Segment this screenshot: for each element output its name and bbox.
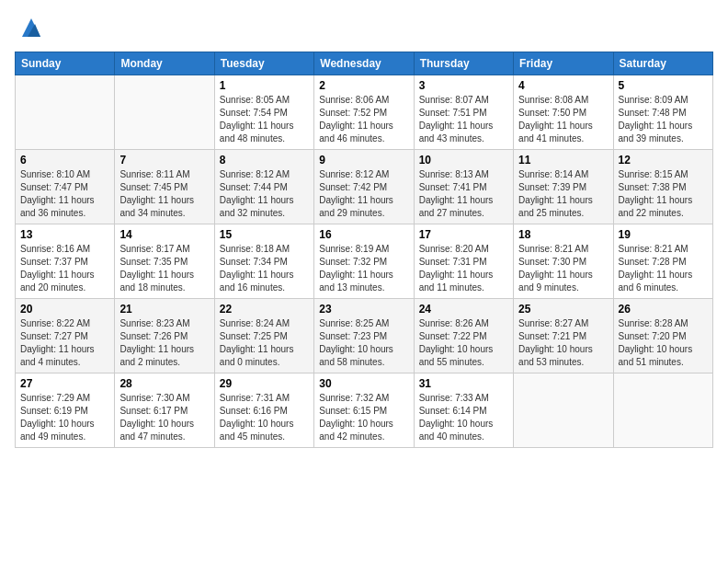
- calendar-cell: 31Sunrise: 7:33 AM Sunset: 6:14 PM Dayli…: [414, 373, 513, 448]
- day-number: 26: [619, 303, 708, 316]
- day-number: 7: [119, 154, 209, 167]
- day-number: 17: [419, 228, 508, 241]
- day-info: Sunrise: 8:21 AM Sunset: 7:30 PM Dayligh…: [518, 243, 608, 294]
- day-of-week-header: Thursday: [414, 52, 513, 75]
- day-info: Sunrise: 8:08 AM Sunset: 7:50 PM Dayligh…: [518, 94, 608, 145]
- calendar-cell: 14Sunrise: 8:17 AM Sunset: 7:35 PM Dayli…: [115, 224, 214, 299]
- calendar-cell: 10Sunrise: 8:13 AM Sunset: 7:41 PM Dayli…: [414, 150, 513, 224]
- day-info: Sunrise: 8:06 AM Sunset: 7:52 PM Dayligh…: [319, 94, 408, 145]
- calendar-cell: [514, 373, 613, 448]
- calendar-cell: 9Sunrise: 8:12 AM Sunset: 7:42 PM Daylig…: [314, 150, 414, 224]
- calendar-cell: 27Sunrise: 7:29 AM Sunset: 6:19 PM Dayli…: [16, 373, 115, 448]
- calendar-cell: 8Sunrise: 8:12 AM Sunset: 7:44 PM Daylig…: [214, 150, 313, 224]
- day-info: Sunrise: 8:22 AM Sunset: 7:27 PM Dayligh…: [20, 317, 109, 369]
- day-info: Sunrise: 7:33 AM Sunset: 6:14 PM Dayligh…: [419, 392, 508, 443]
- calendar-cell: 2Sunrise: 8:06 AM Sunset: 7:52 PM Daylig…: [314, 75, 414, 150]
- calendar-cell: 5Sunrise: 8:09 AM Sunset: 7:48 PM Daylig…: [613, 75, 712, 150]
- page-header: [15, 15, 713, 40]
- calendar-cell: 18Sunrise: 8:21 AM Sunset: 7:30 PM Dayli…: [514, 224, 613, 299]
- calendar-cell: 6Sunrise: 8:10 AM Sunset: 7:47 PM Daylig…: [16, 150, 115, 224]
- day-number: 10: [419, 154, 508, 167]
- day-info: Sunrise: 8:23 AM Sunset: 7:26 PM Dayligh…: [119, 317, 209, 369]
- day-number: 25: [518, 303, 608, 316]
- day-info: Sunrise: 8:18 AM Sunset: 7:34 PM Dayligh…: [220, 243, 309, 294]
- day-number: 28: [119, 377, 209, 390]
- day-number: 30: [319, 377, 408, 390]
- calendar-cell: 25Sunrise: 8:27 AM Sunset: 7:21 PM Dayli…: [514, 299, 613, 373]
- calendar-cell: 11Sunrise: 8:14 AM Sunset: 7:39 PM Dayli…: [514, 150, 613, 224]
- day-number: 21: [119, 303, 209, 316]
- calendar-table: SundayMondayTuesdayWednesdayThursdayFrid…: [15, 52, 713, 448]
- logo: [15, 15, 44, 40]
- calendar-week-row: 6Sunrise: 8:10 AM Sunset: 7:47 PM Daylig…: [16, 150, 713, 224]
- calendar-week-row: 13Sunrise: 8:16 AM Sunset: 7:37 PM Dayli…: [16, 224, 713, 299]
- day-info: Sunrise: 8:09 AM Sunset: 7:48 PM Dayligh…: [619, 94, 708, 145]
- calendar-week-row: 20Sunrise: 8:22 AM Sunset: 7:27 PM Dayli…: [16, 299, 713, 373]
- day-number: 24: [419, 303, 508, 316]
- day-info: Sunrise: 8:27 AM Sunset: 7:21 PM Dayligh…: [518, 317, 608, 369]
- day-of-week-header: Tuesday: [214, 52, 313, 75]
- day-of-week-header: Sunday: [16, 52, 115, 75]
- day-of-week-header: Friday: [514, 52, 613, 75]
- day-number: 1: [220, 79, 309, 92]
- calendar-cell: [613, 373, 712, 448]
- day-number: 2: [319, 79, 408, 92]
- calendar-header-row: SundayMondayTuesdayWednesdayThursdayFrid…: [16, 52, 713, 75]
- calendar-cell: 29Sunrise: 7:31 AM Sunset: 6:16 PM Dayli…: [214, 373, 313, 448]
- day-info: Sunrise: 7:30 AM Sunset: 6:17 PM Dayligh…: [119, 392, 209, 443]
- calendar-cell: 12Sunrise: 8:15 AM Sunset: 7:38 PM Dayli…: [613, 150, 712, 224]
- calendar-cell: 30Sunrise: 7:32 AM Sunset: 6:15 PM Dayli…: [314, 373, 414, 448]
- calendar-cell: 23Sunrise: 8:25 AM Sunset: 7:23 PM Dayli…: [314, 299, 414, 373]
- day-number: 20: [20, 303, 109, 316]
- day-info: Sunrise: 8:20 AM Sunset: 7:31 PM Dayligh…: [419, 243, 508, 294]
- calendar-week-row: 1Sunrise: 8:05 AM Sunset: 7:54 PM Daylig…: [16, 75, 713, 150]
- day-info: Sunrise: 7:31 AM Sunset: 6:16 PM Dayligh…: [220, 392, 309, 443]
- day-info: Sunrise: 8:24 AM Sunset: 7:25 PM Dayligh…: [220, 317, 309, 369]
- calendar-cell: 13Sunrise: 8:16 AM Sunset: 7:37 PM Dayli…: [16, 224, 115, 299]
- day-info: Sunrise: 8:13 AM Sunset: 7:41 PM Dayligh…: [419, 168, 508, 220]
- calendar-cell: 28Sunrise: 7:30 AM Sunset: 6:17 PM Dayli…: [115, 373, 214, 448]
- day-number: 29: [220, 377, 309, 390]
- day-number: 27: [20, 377, 109, 390]
- day-info: Sunrise: 8:11 AM Sunset: 7:45 PM Dayligh…: [119, 168, 209, 220]
- day-info: Sunrise: 8:05 AM Sunset: 7:54 PM Dayligh…: [220, 94, 309, 145]
- day-number: 4: [518, 79, 608, 92]
- calendar-cell: 19Sunrise: 8:21 AM Sunset: 7:28 PM Dayli…: [613, 224, 712, 299]
- day-info: Sunrise: 8:19 AM Sunset: 7:32 PM Dayligh…: [319, 243, 408, 294]
- calendar-cell: 7Sunrise: 8:11 AM Sunset: 7:45 PM Daylig…: [115, 150, 214, 224]
- day-number: 5: [619, 79, 708, 92]
- day-info: Sunrise: 8:10 AM Sunset: 7:47 PM Dayligh…: [20, 168, 109, 220]
- day-number: 9: [319, 154, 408, 167]
- day-info: Sunrise: 8:28 AM Sunset: 7:20 PM Dayligh…: [619, 317, 708, 369]
- day-of-week-header: Wednesday: [314, 52, 414, 75]
- calendar-cell: 1Sunrise: 8:05 AM Sunset: 7:54 PM Daylig…: [214, 75, 313, 150]
- day-number: 14: [119, 228, 209, 241]
- calendar-week-row: 27Sunrise: 7:29 AM Sunset: 6:19 PM Dayli…: [16, 373, 713, 448]
- calendar-cell: [115, 75, 214, 150]
- day-of-week-header: Saturday: [613, 52, 712, 75]
- calendar-cell: 15Sunrise: 8:18 AM Sunset: 7:34 PM Dayli…: [214, 224, 313, 299]
- logo-icon: [18, 15, 44, 40]
- day-info: Sunrise: 7:32 AM Sunset: 6:15 PM Dayligh…: [319, 392, 408, 443]
- day-number: 13: [20, 228, 109, 241]
- day-info: Sunrise: 7:29 AM Sunset: 6:19 PM Dayligh…: [20, 392, 109, 443]
- calendar-cell: 26Sunrise: 8:28 AM Sunset: 7:20 PM Dayli…: [613, 299, 712, 373]
- calendar-cell: 16Sunrise: 8:19 AM Sunset: 7:32 PM Dayli…: [314, 224, 414, 299]
- calendar-cell: [16, 75, 115, 150]
- day-number: 22: [220, 303, 309, 316]
- day-number: 12: [619, 154, 708, 167]
- day-number: 6: [20, 154, 109, 167]
- day-info: Sunrise: 8:12 AM Sunset: 7:42 PM Dayligh…: [319, 168, 408, 220]
- calendar-cell: 22Sunrise: 8:24 AM Sunset: 7:25 PM Dayli…: [214, 299, 313, 373]
- day-number: 23: [319, 303, 408, 316]
- calendar-cell: 24Sunrise: 8:26 AM Sunset: 7:22 PM Dayli…: [414, 299, 513, 373]
- day-info: Sunrise: 8:14 AM Sunset: 7:39 PM Dayligh…: [518, 168, 608, 220]
- day-info: Sunrise: 8:21 AM Sunset: 7:28 PM Dayligh…: [619, 243, 708, 294]
- day-info: Sunrise: 8:07 AM Sunset: 7:51 PM Dayligh…: [419, 94, 508, 145]
- day-info: Sunrise: 8:26 AM Sunset: 7:22 PM Dayligh…: [419, 317, 508, 369]
- day-number: 11: [518, 154, 608, 167]
- day-number: 19: [619, 228, 708, 241]
- day-info: Sunrise: 8:16 AM Sunset: 7:37 PM Dayligh…: [20, 243, 109, 294]
- calendar-cell: 4Sunrise: 8:08 AM Sunset: 7:50 PM Daylig…: [514, 75, 613, 150]
- day-of-week-header: Monday: [115, 52, 214, 75]
